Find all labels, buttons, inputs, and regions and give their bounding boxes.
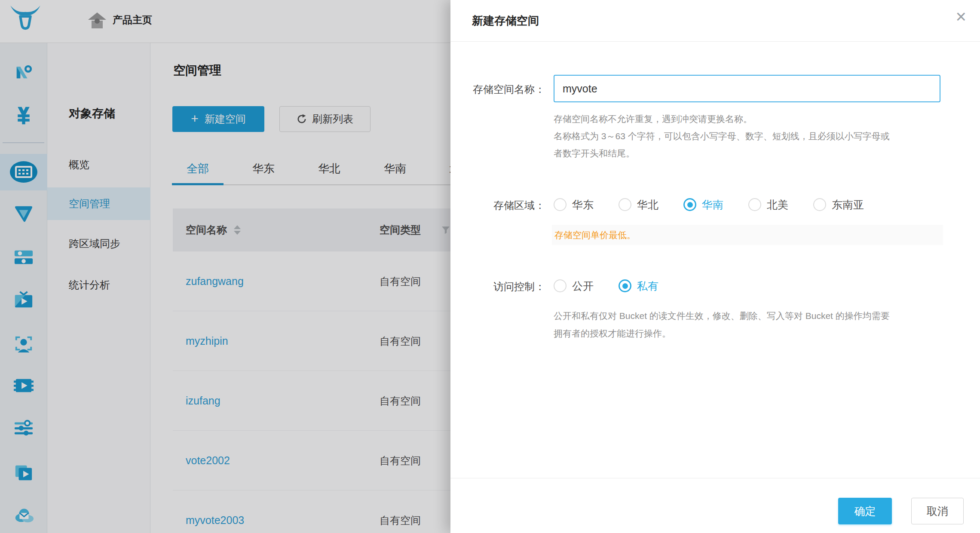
region-label: 存储区域： xyxy=(463,199,545,212)
modal-overlay[interactable] xyxy=(0,0,450,533)
region-price-note: 存储空间单价最低。 xyxy=(552,225,943,245)
bucket-name-input[interactable] xyxy=(554,75,940,102)
bucket-name-label: 存储空间名称： xyxy=(463,83,545,96)
drawer-footer: 确定 取消 xyxy=(450,478,980,533)
region-radio-group: 华东 华北 华南 北美 东南亚 xyxy=(554,193,889,217)
create-bucket-drawer: 新建存储空间 × 存储空间名称： 存储空间名称不允许重复，遇到冲突请更换名称。 … xyxy=(450,0,980,533)
radio-beimei[interactable]: 北美 xyxy=(748,198,788,212)
confirm-button[interactable]: 确定 xyxy=(838,498,892,524)
radio-huabei[interactable]: 华北 xyxy=(619,198,658,212)
cancel-button[interactable]: 取消 xyxy=(911,498,964,524)
bucket-name-help: 存储空间名称不允许重复，遇到冲突请更换名称。 名称格式为 3～63 个字符，可以… xyxy=(554,110,890,162)
radio-dongnanya[interactable]: 东南亚 xyxy=(813,198,864,212)
radio-public[interactable]: 公开 xyxy=(554,279,594,293)
radio-huanan[interactable]: 华南 xyxy=(683,198,723,212)
access-help: 公开和私有仅对 Bucket 的读文件生效，修改、删除、写入等对 Bucket … xyxy=(554,307,890,342)
radio-private[interactable]: 私有 xyxy=(619,279,658,293)
drawer-header: 新建存储空间 × xyxy=(450,0,980,42)
radio-circle-icon xyxy=(554,279,567,292)
radio-circle-icon xyxy=(619,198,631,211)
app: 产品主页 xyxy=(0,0,980,533)
radio-circle-icon xyxy=(554,198,567,211)
radio-circle-icon xyxy=(813,198,826,211)
radio-circle-icon xyxy=(683,198,696,211)
drawer-title: 新建存储空间 xyxy=(472,0,539,42)
access-radio-group: 公开 私有 xyxy=(554,274,683,298)
radio-huadong[interactable]: 华东 xyxy=(554,198,594,212)
access-label: 访问控制： xyxy=(463,280,545,294)
radio-circle-icon xyxy=(748,198,761,211)
close-icon[interactable]: × xyxy=(956,8,966,26)
radio-circle-icon xyxy=(619,279,631,292)
